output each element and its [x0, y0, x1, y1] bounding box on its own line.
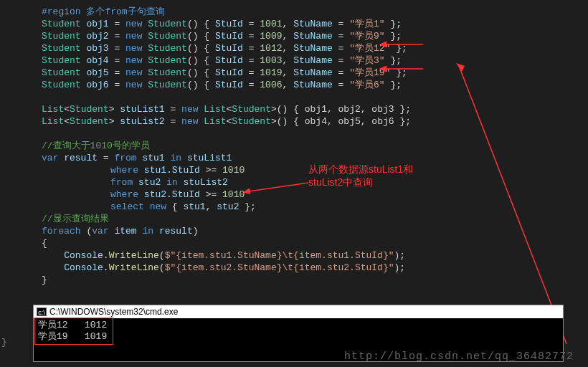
- code-line-where2: where stu2.StuId >= 1010: [42, 189, 588, 201]
- outer-brace1: }: [1, 337, 7, 348]
- code-line-obj1: Student obj1 = new Student() { StuId = 1…: [42, 18, 588, 30]
- code-line-select: select new { stu1, stu2 };: [42, 201, 588, 213]
- code-line-obj2: Student obj2 = new Student() { StuId = 1…: [42, 30, 588, 42]
- brace-close: }: [42, 274, 588, 286]
- console-titlebar[interactable]: c:\ C:\WINDOWS\system32\cmd.exe: [34, 305, 563, 318]
- code-line-obj5: Student obj5 = new Student() { StuId = 1…: [42, 67, 588, 79]
- comment-display: //显示查询结果: [42, 213, 588, 225]
- console-title-text: C:\WINDOWS\system32\cmd.exe: [49, 307, 178, 317]
- code-line-obj3: Student obj3 = new Student() { StuId = 1…: [42, 42, 588, 54]
- code-line-var: var result = from stu1 in stuList1: [42, 152, 588, 164]
- code-line-list2: List<Student> stuList2 = new List<Studen…: [42, 115, 588, 128]
- code-line-foreach: foreach (var item in result): [42, 225, 588, 237]
- code-line-obj6: Student obj6 = new Student() { StuId = 1…: [42, 79, 588, 91]
- brace-open: {: [42, 237, 588, 249]
- code-line-list1: List<Student> stuList1 = new List<Studen…: [42, 103, 588, 115]
- code-line-write1: Console.WriteLine($"{item.stu1.StuName}\…: [42, 249, 588, 262]
- annotation-text: 从两个数据源stuList1和 stuList2中查询: [308, 163, 413, 189]
- watermark: http://blog.csdn.net/qq_36482772: [344, 351, 574, 363]
- code-line-obj4: Student obj4 = new Student() { StuId = 1…: [42, 54, 588, 67]
- cmd-icon: c:\: [37, 308, 47, 316]
- comment-query: //查询大于1010号的学员: [42, 140, 588, 152]
- code-editor[interactable]: #region 多个from子句查询 Student obj1 = new St…: [0, 0, 588, 286]
- region-line: #region 多个from子句查询: [42, 6, 588, 18]
- code-line-write2: Console.WriteLine($"{item.stu2.StuName}\…: [42, 262, 588, 274]
